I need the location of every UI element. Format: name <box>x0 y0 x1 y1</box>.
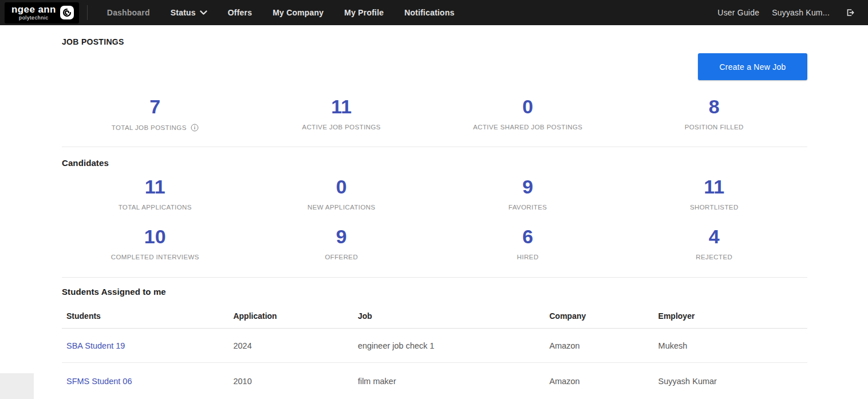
student-link[interactable]: SBA Student 19 <box>66 341 125 350</box>
navbar-right: User Guide Suyyash Kum... <box>711 0 859 25</box>
stat-value: 9 <box>435 177 621 196</box>
np-swirl-icon <box>60 6 74 19</box>
candidates-stats-row2: 10 COMPLETED INTERVIEWS 9 OFFERED 6 HIRE… <box>62 227 807 260</box>
brand-logo[interactable]: ngee ann polytechnic <box>5 2 79 23</box>
create-job-row: Create a New Job <box>62 53 807 80</box>
brand-logo-text: ngee ann polytechnic <box>11 5 56 21</box>
stat-shortlisted: 11 SHORTLISTED <box>621 177 808 211</box>
stat-label: TOTAL APPLICATIONS <box>119 204 192 211</box>
stat-value: 8 <box>621 97 808 116</box>
stat-value: 0 <box>248 177 435 196</box>
stat-new-applications: 0 NEW APPLICATIONS <box>248 177 435 211</box>
stat-value: 9 <box>248 227 435 246</box>
user-menu[interactable]: Suyyash Kum... <box>766 0 836 25</box>
logout-icon <box>845 7 855 18</box>
create-new-job-button[interactable]: Create a New Job <box>698 53 807 80</box>
cell-employer: Mukesh <box>658 341 807 350</box>
table-row: SFMS Student 06 2010 film maker Amazon S… <box>62 363 807 399</box>
stat-offered: 9 OFFERED <box>248 227 435 260</box>
job-postings-title: JOB POSTINGS <box>62 25 807 46</box>
stat-value: 7 <box>62 97 248 116</box>
column-header-company: Company <box>549 311 658 321</box>
chevron-down-icon <box>200 10 207 15</box>
stat-value: 11 <box>62 177 248 196</box>
column-header-application: Application <box>233 311 357 321</box>
nav-item-status[interactable]: Status <box>160 0 218 25</box>
nav-item-label: Dashboard <box>107 8 150 17</box>
stat-label: POSITION FILLED <box>685 124 744 131</box>
stat-label: COMPLETED INTERVIEWS <box>111 254 199 260</box>
nav-item-my-profile[interactable]: My Profile <box>334 0 394 25</box>
students-table: Students Application Job Company Employe… <box>62 297 807 399</box>
nav-item-label: Offers <box>228 8 252 17</box>
cell-company: Amazon <box>549 341 658 350</box>
column-header-job: Job <box>358 311 550 321</box>
stat-label: OFFERED <box>325 254 358 260</box>
cell-job: engineer job check 1 <box>358 341 550 350</box>
stat-value: 4 <box>621 227 808 246</box>
logout-button[interactable] <box>842 0 859 25</box>
candidates-stats-row1: 11 TOTAL APPLICATIONS 0 NEW APPLICATIONS… <box>62 177 807 211</box>
stat-label: HIRED <box>517 254 539 260</box>
stat-label: ACTIVE JOB POSTINGS <box>302 124 381 131</box>
section-divider <box>62 277 807 278</box>
brand-name: ngee ann <box>11 5 56 14</box>
section-divider <box>62 147 807 147</box>
column-header-employer: Employer <box>658 311 807 321</box>
nav-item-notifications[interactable]: Notifications <box>394 0 464 25</box>
stat-position-filled: 8 POSITION FILLED <box>621 97 808 132</box>
nav-item-label: My Profile <box>344 8 384 17</box>
stat-favorites: 9 FAVORITES <box>435 177 621 211</box>
stat-label: SHORTLISTED <box>690 204 739 211</box>
cell-employer: Suyyash Kumar <box>658 377 807 386</box>
stat-value: 11 <box>621 177 808 196</box>
brand-subname: polytechnic <box>11 15 56 21</box>
main-content: JOB POSTINGS Create a New Job 7 TOTAL JO… <box>62 25 807 399</box>
cell-job: film maker <box>358 377 550 386</box>
user-guide-label: User Guide <box>717 8 759 17</box>
stat-value: 0 <box>435 97 621 116</box>
nav-item-label: My Company <box>273 8 323 17</box>
page-background-patch <box>0 373 34 399</box>
stat-value: 11 <box>248 97 435 116</box>
stat-value: 6 <box>435 227 621 246</box>
stat-label: NEW APPLICATIONS <box>307 204 376 211</box>
stat-total-applications: 11 TOTAL APPLICATIONS <box>62 177 248 211</box>
stat-hired: 6 HIRED <box>435 227 621 260</box>
stat-completed-interviews: 10 COMPLETED INTERVIEWS <box>62 227 248 260</box>
stat-active-job-postings: 11 ACTIVE JOB POSTINGS <box>248 97 435 132</box>
cell-company: Amazon <box>549 377 658 386</box>
nav-item-label: Notifications <box>404 8 454 17</box>
student-link[interactable]: SFMS Student 06 <box>66 377 132 386</box>
cell-application: 2024 <box>233 341 357 350</box>
column-header-students: Students <box>62 311 233 321</box>
stat-total-job-postings: 7 TOTAL JOB POSTINGS <box>62 97 248 132</box>
cell-application: 2010 <box>233 377 357 386</box>
nav-item-label: Status <box>171 8 196 17</box>
stat-label: FAVORITES <box>508 204 547 211</box>
students-table-header: Students Application Job Company Employe… <box>62 297 807 329</box>
stat-label: ACTIVE SHARED JOB POSTINGS <box>473 124 582 131</box>
nav-item-dashboard[interactable]: Dashboard <box>97 0 160 25</box>
table-row: SBA Student 19 2024 engineer job check 1… <box>62 329 807 363</box>
nav-item-offers[interactable]: Offers <box>218 0 262 25</box>
stat-label: TOTAL JOB POSTINGS <box>112 124 187 131</box>
info-icon[interactable] <box>191 124 199 132</box>
user-name-label: Suyyash Kum... <box>772 8 830 17</box>
nav-item-my-company[interactable]: My Company <box>262 0 334 25</box>
user-guide-link[interactable]: User Guide <box>711 0 766 25</box>
stat-rejected: 4 REJECTED <box>621 227 808 260</box>
navbar-divider <box>87 5 88 20</box>
top-navbar: ngee ann polytechnic Dashboard Status Of… <box>0 0 868 25</box>
stat-value: 10 <box>62 227 248 246</box>
stat-active-shared-job-postings: 0 ACTIVE SHARED JOB POSTINGS <box>435 97 621 132</box>
candidates-title: Candidates <box>62 158 807 168</box>
stat-label: REJECTED <box>696 254 732 260</box>
students-assigned-title: Students Assigned to me <box>62 287 807 297</box>
job-postings-stats: 7 TOTAL JOB POSTINGS 11 ACTIVE JOB POSTI… <box>62 97 807 132</box>
